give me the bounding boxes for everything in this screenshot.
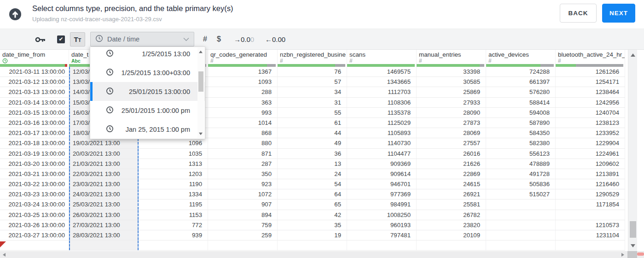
cell: 1216460 bbox=[556, 179, 625, 189]
text-type-button[interactable]: Tt bbox=[70, 32, 85, 47]
horizontal-scrollbar[interactable] bbox=[0, 251, 644, 258]
number-type-icon: # bbox=[208, 58, 277, 64]
cell: 894 bbox=[208, 210, 278, 220]
row-error-marker bbox=[0, 241, 6, 247]
table-row: 2021-03-19 13:00:0020/03/2021 13:0010358… bbox=[0, 149, 625, 159]
cell bbox=[0, 240, 69, 250]
dropdown-scroll-up-icon[interactable] bbox=[199, 51, 203, 53]
cell: 1171854 bbox=[556, 199, 625, 209]
type-select-dropdown[interactable]: Date / time bbox=[90, 32, 194, 47]
table-row: 2021-03-21 13:00:0022/03/2021 13:0012033… bbox=[0, 169, 625, 179]
cell: 1254171 bbox=[556, 77, 625, 87]
cell: 2021-03-11 13:00:00 bbox=[0, 67, 69, 76]
cell: 34 bbox=[278, 87, 347, 97]
clock-icon bbox=[95, 35, 103, 44]
date-format-option[interactable]: 1/25/2015 13:00+03:00 bbox=[90, 63, 205, 82]
table-row: 2021-03-22 13:00:0023/03/2021 13:0011909… bbox=[0, 179, 625, 189]
cell: 909614 bbox=[347, 169, 417, 179]
cell bbox=[347, 240, 417, 250]
cell bbox=[486, 220, 556, 230]
cell: 2021-03-25 13:00:00 bbox=[0, 210, 69, 220]
cell bbox=[278, 240, 347, 250]
column-header-manual_entries[interactable]: manual_entries# bbox=[417, 50, 486, 67]
cell bbox=[556, 240, 625, 250]
type-select-value: Date / time bbox=[107, 35, 179, 43]
cell: 587890 bbox=[486, 118, 556, 128]
cell: 2021-03-20 13:00:00 bbox=[0, 159, 69, 169]
table-row: 2021-03-18 13:00:0019/03/2021 13:0010968… bbox=[0, 138, 625, 148]
cell: 24615 bbox=[417, 179, 486, 189]
cell: 1367 bbox=[208, 67, 278, 76]
cell: 22869 bbox=[417, 169, 486, 179]
cell: 26016 bbox=[417, 149, 486, 158]
column-header-nzbn_registered_busine[interactable]: nzbn_registered_busine# bbox=[278, 50, 347, 67]
cell bbox=[556, 210, 625, 220]
dropdown-scroll-down-icon[interactable] bbox=[199, 133, 203, 135]
table-row: 2021-03-27 13:00:0028/03/2021 13:0093925… bbox=[0, 230, 625, 240]
app-window: Select columns type, precision, and the … bbox=[0, 0, 644, 258]
cell: 977369 bbox=[347, 189, 417, 199]
cell: 909369 bbox=[347, 159, 417, 169]
scroll-left-icon[interactable] bbox=[3, 253, 6, 257]
cell bbox=[208, 240, 278, 250]
increase-decimal-button[interactable]: ←0.00 bbox=[265, 29, 285, 50]
primary-key-icon[interactable] bbox=[35, 36, 46, 45]
column-name: date_time_from bbox=[0, 50, 69, 58]
column-header-bluetooth_active_24_hr_[interactable]: bluetooth_active_24_hr_# bbox=[556, 50, 625, 67]
cell: 1238123 bbox=[556, 118, 625, 128]
currency-type-button[interactable]: $ bbox=[217, 29, 221, 50]
cell: 2021-03-16 13:00:00 bbox=[0, 118, 69, 128]
clock-type-icon bbox=[0, 58, 69, 64]
decrease-decimal-button[interactable]: →0.00 bbox=[234, 29, 254, 50]
cell: 1240704 bbox=[556, 108, 625, 117]
dropdown-scrollbar[interactable] bbox=[197, 47, 204, 138]
date-format-option[interactable]: Jan 25, 2015 1:00 pm bbox=[90, 120, 205, 139]
cell: 1125029 bbox=[347, 118, 417, 128]
scroll-up-icon[interactable] bbox=[631, 53, 635, 57]
cell: 27933 bbox=[417, 98, 486, 107]
page-title: Select columns type, precision, and the … bbox=[32, 4, 233, 13]
cell: 54 bbox=[278, 179, 347, 189]
scroll-right-icon[interactable] bbox=[621, 253, 624, 257]
cell: 31 bbox=[278, 98, 347, 107]
cell: 27873 bbox=[417, 118, 486, 128]
vertical-scroll-thumb[interactable] bbox=[630, 221, 636, 238]
cell: 23/03/2021 13:00 bbox=[69, 179, 139, 189]
column-checkbox[interactable]: ✔ bbox=[57, 35, 65, 43]
cell: 24 bbox=[278, 169, 347, 179]
chevron-down-icon bbox=[183, 35, 189, 43]
number-type-icon: # bbox=[417, 58, 486, 64]
cell: 923 bbox=[208, 179, 278, 189]
cell: 491728 bbox=[486, 169, 556, 179]
column-name: bluetooth_active_24_hr_ bbox=[556, 50, 625, 58]
cell: 2021-03-14 13:00:00 bbox=[0, 98, 69, 107]
page-scroll-indicator bbox=[637, 252, 644, 256]
clock-icon bbox=[106, 106, 114, 115]
column-header-active_devices[interactable]: active_devices# bbox=[486, 50, 556, 67]
cell: 1313 bbox=[139, 159, 208, 169]
cell: 27/03/2021 13:00 bbox=[69, 220, 139, 230]
cell: 505836 bbox=[486, 179, 556, 189]
cell: 350 bbox=[208, 169, 278, 179]
cell: 61 bbox=[278, 118, 347, 128]
date-format-label: 1/25/2015 13:00 bbox=[114, 50, 190, 58]
date-format-option[interactable]: 25/01/2015 13:00:00 bbox=[90, 82, 205, 101]
cell bbox=[486, 230, 556, 240]
clock-icon bbox=[106, 68, 114, 77]
next-button[interactable]: NEXT bbox=[602, 4, 635, 23]
dropdown-scroll-thumb[interactable] bbox=[198, 71, 203, 92]
cell: 26/03/2021 13:00 bbox=[69, 210, 139, 220]
scroll-down-icon[interactable] bbox=[631, 244, 635, 247]
cell: 57 bbox=[278, 77, 347, 87]
cell: 515027 bbox=[486, 189, 556, 199]
column-header-scans[interactable]: scans# bbox=[347, 50, 417, 67]
date-format-option[interactable]: 1/25/2015 13:00 bbox=[90, 47, 205, 63]
vertical-scrollbar[interactable] bbox=[628, 50, 637, 251]
column-header-date_time_from[interactable]: date_time_from bbox=[0, 50, 69, 67]
date-format-option[interactable]: 25/01/2015 1:00:00 pm bbox=[90, 101, 205, 120]
column-header-qr_codes_generated[interactable]: qr_codes_generated# bbox=[208, 50, 278, 67]
cell: 2021-03-15 13:00:00 bbox=[0, 108, 69, 117]
cell: 576280 bbox=[486, 87, 556, 97]
date-format-label: 1/25/2015 13:00+03:00 bbox=[114, 69, 190, 76]
back-button[interactable]: BACK bbox=[560, 4, 597, 23]
